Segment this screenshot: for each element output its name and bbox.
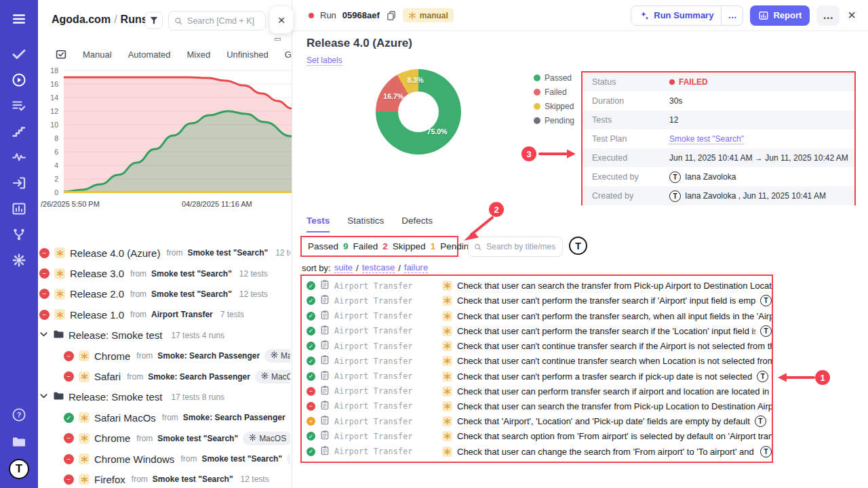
- clipboard-icon-wrap: [320, 370, 330, 383]
- folder-icon-wrap: [53, 329, 64, 342]
- left-tab-unfinished[interactable]: Unfinished: [226, 49, 268, 60]
- run-row[interactable]: −Release 1.0fromAirport Transfer7 tests: [39, 304, 290, 325]
- copy-icon[interactable]: [386, 10, 397, 21]
- run-row[interactable]: −SafarifromSmoke: Search PassengerMacOSS…: [39, 366, 290, 386]
- dock-icon[interactable]: ▭: [274, 36, 288, 41]
- count-value-skipped[interactable]: 1: [431, 241, 436, 251]
- gear-icon[interactable]: [7, 248, 31, 272]
- test-row[interactable]: ✓Airport TransferCheck that user can't p…: [307, 325, 772, 338]
- test-row[interactable]: ✓Airport TransferCheck that user can't p…: [307, 310, 772, 323]
- steps-icon[interactable]: [7, 119, 31, 144]
- test-row[interactable]: ✓Airport TransferCheck that user can sea…: [307, 279, 772, 292]
- left-search-input[interactable]: [186, 16, 260, 26]
- run-row[interactable]: −FirefoxfromSmoke test "Search"12 tests: [39, 469, 290, 488]
- run-row[interactable]: −Release 3.0fromSmoke test "Search"12 te…: [39, 263, 290, 283]
- count-value-failed[interactable]: 2: [382, 241, 388, 251]
- breadcrumb-project[interactable]: Agoda.com: [52, 14, 111, 25]
- assignee-avatar-button[interactable]: T: [569, 237, 587, 255]
- testomat-logo[interactable]: T: [7, 457, 31, 481]
- chevron-wrap[interactable]: [39, 329, 48, 342]
- activity-icon[interactable]: [7, 145, 31, 169]
- assignee-avatar: T: [760, 295, 772, 306]
- sort-link-failure[interactable]: failure: [404, 262, 428, 273]
- chart-y-tick: 16: [50, 80, 58, 88]
- menu-icon[interactable]: [7, 7, 31, 31]
- run-status-icon: −: [39, 289, 50, 299]
- runs-play-circle-icon[interactable]: [7, 68, 31, 92]
- clipboard-icon-wrap: [320, 385, 330, 398]
- run-row[interactable]: −Chrome WindowsfromSmoke test "Search"Wi…: [39, 449, 290, 469]
- test-row[interactable]: ✓Airport TransferCheck that user can't p…: [307, 370, 772, 383]
- manual-icon: [442, 326, 452, 336]
- run-label: Run: [320, 10, 336, 20]
- manual-icon: [56, 249, 64, 257]
- set-labels-link[interactable]: Set labels: [307, 56, 342, 66]
- chevron-down-icon[interactable]: [39, 392, 48, 401]
- report-chart-icon[interactable]: [7, 197, 31, 221]
- test-title: Check that user can't perform the transf…: [457, 311, 772, 321]
- list-check-icon[interactable]: [7, 94, 31, 118]
- status-counts-bar: Passed9Failed2Skipped1Pending0: [300, 236, 458, 257]
- count-value-passed[interactable]: 9: [343, 241, 349, 251]
- user-name: Iana Zavoloka , Jun 11, 2025 10:41 AM: [685, 191, 826, 201]
- left-tab-manual[interactable]: Manual: [83, 49, 112, 60]
- annotation-3: 3: [521, 146, 536, 161]
- test-row[interactable]: ✓Airport TransferCheck that user can cha…: [307, 445, 772, 458]
- run-row[interactable]: −ChromefromSmoke: Search PassengerMacOSC…: [39, 346, 290, 366]
- run-tab-tests[interactable]: Tests: [307, 216, 330, 232]
- run-meta: 12 tests: [275, 248, 290, 258]
- legend-label: Passed: [545, 73, 572, 83]
- manual-icon: [79, 453, 90, 464]
- count-label-skipped[interactable]: Skipped: [393, 241, 426, 251]
- left-tab-automated[interactable]: Automated: [128, 49, 171, 60]
- filter-button[interactable]: [145, 12, 163, 29]
- tests-check-icon[interactable]: [7, 42, 31, 66]
- manual-icon: [81, 373, 88, 380]
- run-row[interactable]: −ChromefromSmoke test "Search"MacOSChrom…: [39, 428, 290, 449]
- env-badge-label: MacOS: [271, 372, 290, 382]
- test-row[interactable]: •Airport TransferCheck that 'Airport', '…: [307, 415, 772, 428]
- run-row[interactable]: −Release 4.0 (Azure)fromSmoke test "Sear…: [39, 243, 290, 263]
- run-tab-statistics[interactable]: Statistics: [347, 216, 384, 232]
- runs-folder-row[interactable]: Release: Smoke test17 tests 4 runs: [39, 325, 290, 346]
- select-all-icon[interactable]: [56, 49, 66, 60]
- clipboard-icon: [320, 310, 330, 320]
- count-label-passed[interactable]: Passed: [308, 241, 338, 251]
- summary-value-test-plan[interactable]: Smoke test "Search": [669, 134, 744, 144]
- env-badge: Windows: [287, 452, 290, 466]
- chevron-wrap[interactable]: [39, 391, 48, 403]
- test-row[interactable]: −Airport TransferCheck that user can sea…: [307, 400, 772, 413]
- branch-icon[interactable]: [7, 222, 31, 247]
- breadcrumb-section[interactable]: Runs: [121, 14, 148, 25]
- runs-list: −Release 4.0 (Azure)fromSmoke test "Sear…: [39, 243, 290, 488]
- run-row[interactable]: −Release 2.0fromSmoke test "Search"12 te…: [39, 284, 290, 304]
- report-button[interactable]: Report: [750, 5, 810, 26]
- run-row[interactable]: ✓Safari MacOsfromSmoke: Search Passenger…: [39, 407, 290, 428]
- test-row[interactable]: ✓Airport TransferCheck that user can't c…: [307, 354, 772, 367]
- close-panel-button[interactable]: ×: [270, 7, 293, 33]
- assignee-avatar: T: [755, 415, 766, 427]
- sign-in-icon[interactable]: [7, 171, 31, 195]
- more-options-button[interactable]: …: [816, 5, 840, 26]
- sort-link-testcase[interactable]: testcase: [362, 262, 395, 273]
- clipboard-icon: [320, 430, 330, 440]
- runs-folder-row[interactable]: Release: Smoke test17 tests 8 runs: [39, 387, 290, 407]
- sort-link-suite[interactable]: suite: [334, 262, 353, 273]
- test-row[interactable]: −Airport TransferCheck that user can per…: [307, 385, 772, 398]
- run-status-icon: −: [64, 433, 74, 443]
- run-summary-more-button[interactable]: …: [721, 6, 743, 25]
- help-icon[interactable]: ?: [7, 403, 31, 427]
- test-row[interactable]: ✓Airport TransferCheck that search optio…: [307, 430, 772, 443]
- manual-icon: [442, 281, 452, 291]
- test-row[interactable]: ✓Airport TransferCheck that user can't p…: [307, 294, 772, 307]
- user-avatar: T: [669, 190, 681, 202]
- run-tab-defects[interactable]: Defects: [401, 216, 433, 232]
- left-tab-mixed[interactable]: Mixed: [187, 49, 211, 60]
- close-run-button[interactable]: ×: [846, 7, 857, 23]
- run-summary-button[interactable]: Run Summary: [631, 10, 721, 21]
- chevron-down-icon[interactable]: [39, 330, 48, 339]
- count-label-failed[interactable]: Failed: [353, 241, 378, 251]
- test-row[interactable]: ✓Airport TransferCheck that user can't c…: [307, 340, 772, 352]
- folder-icon[interactable]: [7, 430, 31, 454]
- run-name: Chrome Windows: [94, 453, 174, 465]
